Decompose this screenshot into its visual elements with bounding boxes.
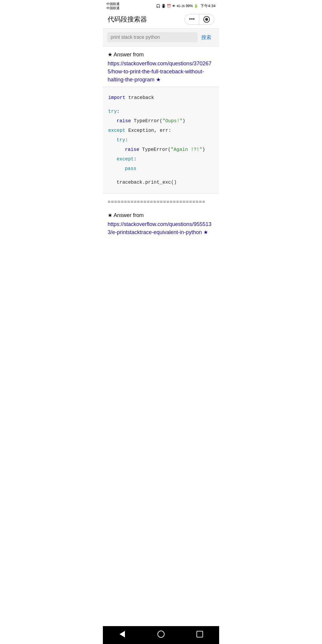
code-line-import: import traceback xyxy=(108,93,214,103)
code-line-try2: try: xyxy=(108,135,214,145)
record-button[interactable] xyxy=(199,14,214,24)
code-line-except1: except Exception, err: xyxy=(108,126,214,135)
star-icon-2: ★ xyxy=(108,212,112,218)
header-actions: ••• xyxy=(185,14,214,25)
star-icon-end-1: ★ xyxy=(156,77,161,83)
code-line-pass: pass xyxy=(108,164,214,174)
record-icon xyxy=(203,16,210,23)
separator: ============================== xyxy=(103,193,219,207)
star-icon-end-2: ★ xyxy=(203,229,208,235)
search-input-wrapper xyxy=(107,32,198,42)
answer-from-label-1: ★ Answer from xyxy=(108,51,214,58)
answer-from-label-2: ★ Answer from xyxy=(108,212,214,219)
code-line-except2: except: xyxy=(108,154,214,164)
main-content: ★ Answer from https://stackoverflow.com/… xyxy=(103,47,219,239)
search-input[interactable] xyxy=(111,35,194,40)
header: 代码段搜索器 ••• xyxy=(103,12,219,29)
search-button[interactable]: 搜索 xyxy=(198,32,215,43)
status-right: 🎧 📳 ⏰ 👁 4G 26 99% 🔋 下午4:34 xyxy=(156,3,216,9)
app-title: 代码段搜索器 xyxy=(108,15,147,24)
status-bar: 中国联通 中国联通 🎧 📳 ⏰ 👁 4G 26 99% 🔋 下午4:34 xyxy=(103,0,219,12)
code-line-raise2: raise TypeError("Again !?!") xyxy=(108,145,214,154)
answer-section-2: ★ Answer from https://stackoverflow.com/… xyxy=(103,207,219,239)
code-line-raise1: raise TypeError("Oups!") xyxy=(108,116,214,126)
answer-link-1[interactable]: https://stackoverflow.com/questions/3702… xyxy=(108,61,211,83)
code-block-1: import traceback try: raise TypeError("O… xyxy=(103,87,219,193)
answer-link-2[interactable]: https://stackoverflow.com/questions/9555… xyxy=(108,221,211,235)
more-button[interactable]: ••• xyxy=(185,14,199,24)
carrier-info: 中国联通 中国联通 xyxy=(106,2,120,10)
answer-section-1: ★ Answer from https://stackoverflow.com/… xyxy=(103,47,219,87)
code-line-try1: try: xyxy=(108,107,214,116)
code-line-print-exc: traceback.print_exc() xyxy=(108,178,214,187)
search-bar: 搜索 xyxy=(103,29,219,47)
star-icon-1: ★ xyxy=(108,52,112,58)
